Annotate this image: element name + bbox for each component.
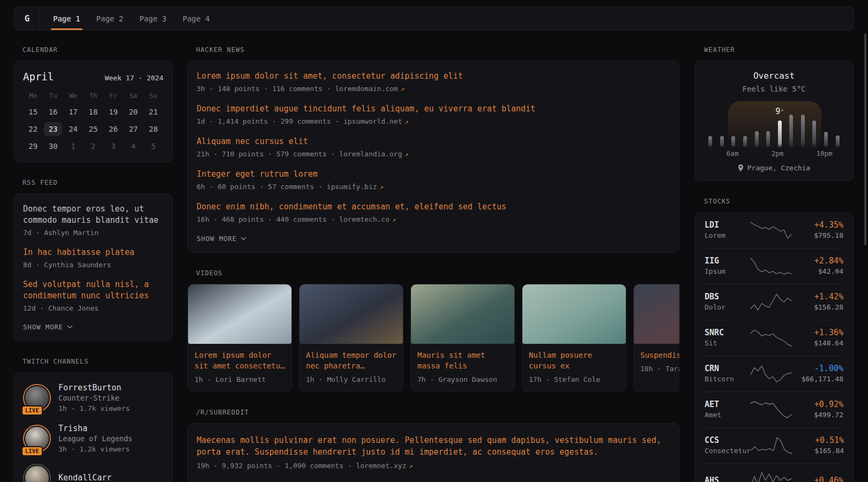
weather-bar <box>801 115 805 147</box>
rss-widget: Donec tempor eros leo, ut commodo mauris… <box>14 193 173 341</box>
twitch-widget: LIVEForrestBurtonCounter-Strike1h · 1.7k… <box>14 372 173 482</box>
stock-name: Lorem <box>705 231 750 240</box>
hackernews-item-meta: 16h · 468 points · 440 comments · loremt… <box>197 214 670 225</box>
calendar-section: CALENDAR April Week 17 · 2024 MoTuWeThFr… <box>14 46 173 162</box>
twitch-channel[interactable]: LIVEForrestBurtonCounter-Strike1h · 1.7k… <box>23 382 163 413</box>
video-card[interactable]: Aliquam tempor dolor nec pharetra…1h · M… <box>299 284 403 392</box>
external-link-icon[interactable]: ↗ <box>380 183 384 191</box>
stock-row-ldi[interactable]: LDILorem+4.35%$795.18 <box>705 213 843 248</box>
weather-bar <box>766 131 770 147</box>
channel-game: League of Legends <box>58 434 132 444</box>
nav-tab-page-3[interactable]: Page 3 <box>138 7 168 30</box>
rss-item-title[interactable]: In hac habitasse platea <box>23 247 163 258</box>
rss-item-meta-text: 8d · Cynthia Saunders <box>23 261 111 269</box>
external-link-icon[interactable]: ↗ <box>405 150 409 158</box>
stock-name: Bitcorn <box>705 374 750 384</box>
hackernews-show-more-button[interactable]: SHOW MORE <box>197 234 246 244</box>
calendar-day-cell: 22 <box>24 122 42 136</box>
external-link-icon[interactable]: ↗ <box>392 216 396 223</box>
weather-time-label <box>783 149 794 158</box>
stock-price: $795.18 <box>792 231 843 240</box>
video-card[interactable]: Nullam posuere cursus ex17h · Stefan Col… <box>522 284 626 392</box>
stock-row-ahs[interactable]: AHS+0.46% <box>705 463 843 482</box>
stock-ticker: SNRC <box>705 327 750 338</box>
weather-time-label <box>705 149 715 158</box>
external-link-icon[interactable]: ↗ <box>401 85 405 93</box>
stock-price: $499.72 <box>792 410 843 420</box>
stock-identity: IIGIpsum <box>705 255 750 276</box>
weather-time-labels: 6am2pm10pm <box>705 149 843 158</box>
dashboard-page: G Page 1Page 2Page 3Page 4 CALENDAR Apri… <box>0 0 868 482</box>
calendar-day-cell: 25 <box>84 122 102 136</box>
rss-item-meta: 8d · Cynthia Saunders <box>23 260 163 270</box>
rss-item-meta: 12d · Chance Jones <box>23 303 163 313</box>
stocks-widget: LDILorem+4.35%$795.18IIGIpsum+2.84%$42.0… <box>694 212 854 482</box>
video-title[interactable]: Aliquam tempor dolor nec pharetra… <box>306 350 396 371</box>
twitch-section-label: TWITCH CHANNELS <box>23 357 173 366</box>
calendar-day-header: Sa <box>123 91 143 101</box>
scrollbar[interactable] <box>864 33 866 245</box>
weather-feels-like: Feels like 5°C <box>705 84 843 94</box>
stock-sparkline <box>750 221 792 240</box>
channel-name: ForrestBurton <box>58 382 130 393</box>
rss-item-title[interactable]: Sed volutpat nulla nisl, a condimentum n… <box>23 279 163 302</box>
calendar-week-label: Week 17 · 2024 <box>104 74 163 82</box>
subreddit-post-meta: 19h · 9,932 points · 1,090 comments · lo… <box>197 461 670 471</box>
stock-row-ccs[interactable]: CCSConsectetur+0.51%$165.84 <box>705 427 843 463</box>
external-link-icon[interactable]: ↗ <box>405 118 409 125</box>
twitch-channel[interactable]: KendallCarr <box>23 464 163 482</box>
stock-row-dbs[interactable]: DBSDolor+1.42%$156.28 <box>705 284 843 320</box>
calendar-day-cell: 4 <box>124 139 143 153</box>
video-card[interactable]: Lorem ipsum dolor sit amet consectetu…1h… <box>188 284 292 392</box>
video-title[interactable]: Mauris sit amet massa felis <box>417 350 508 371</box>
twitch-channel[interactable]: LIVETrishaLeague of Legends3h · 1.2k vie… <box>23 423 163 454</box>
channel-info: ForrestBurtonCounter-Strike1h · 1.7k vie… <box>58 382 130 413</box>
weather-bar <box>812 120 816 147</box>
rss-item-meta: 7d · Ashlyn Martin <box>23 228 163 238</box>
stock-sparkline <box>751 436 792 455</box>
video-title[interactable]: Lorem ipsum dolor sit amet consectetu… <box>194 350 285 371</box>
video-title[interactable]: Nullam posuere cursus ex <box>529 350 619 371</box>
video-title[interactable]: Suspendisse diam <box>640 350 679 360</box>
videos-section-label: VIDEOS <box>196 269 679 277</box>
rss-section-label: RSS FEED <box>23 178 173 187</box>
weather-bar <box>743 136 747 147</box>
avatar-wrap <box>23 464 50 482</box>
stock-row-snrc[interactable]: SNRCSit+1.36%$148.64 <box>705 320 843 356</box>
weather-bar-slot <box>809 120 820 147</box>
subreddit-widget: Maecenas mollis pulvinar erat non posuer… <box>188 423 679 482</box>
weather-condition: Overcast <box>705 71 843 81</box>
stock-price: $165.84 <box>792 446 844 456</box>
stock-sparkline <box>750 292 792 312</box>
hackernews-item-title[interactable]: Lorem ipsum dolor sit amet, consectetur … <box>197 71 670 82</box>
hackernews-item-title[interactable]: Donec enim nibh, condimentum et accumsan… <box>197 201 670 213</box>
app-logo: G <box>14 7 40 30</box>
hackernews-item-title[interactable]: Donec imperdiet augue tincidunt felis al… <box>197 103 670 115</box>
stock-row-aet[interactable]: AETAmet+0.92%$499.72 <box>705 391 843 427</box>
video-card[interactable]: Suspendisse diam18h · Tara <box>633 284 679 392</box>
nav-tab-page-2[interactable]: Page 2 <box>95 7 125 30</box>
stock-row-iig[interactable]: IIGIpsum+2.84%$42.04 <box>705 248 843 284</box>
subreddit-section: /R/SUBREDDIT Maecenas mollis pulvinar er… <box>188 408 679 482</box>
calendar-section-label: CALENDAR <box>23 46 173 54</box>
nav-tab-page-4[interactable]: Page 4 <box>182 7 211 30</box>
rss-show-more-button[interactable]: SHOW MORE <box>23 322 73 332</box>
stock-change: +4.35% <box>792 220 843 230</box>
video-card[interactable]: Mauris sit amet massa felis7h · Grayson … <box>410 284 515 392</box>
hackernews-item-title[interactable]: Integer eget rutrum lorem <box>197 169 670 180</box>
stock-row-crn[interactable]: CRNBitcorn-1.00%$66,171.48 <box>705 356 843 391</box>
rss-item-title[interactable]: Donec tempor eros leo, ut commodo mauris… <box>23 204 163 226</box>
weather-bar-slot <box>820 132 832 147</box>
hackernews-section: HACKER NEWS Lorem ipsum dolor sit amet, … <box>188 46 679 253</box>
external-link-icon[interactable]: ↗ <box>409 462 413 470</box>
subreddit-post-title[interactable]: Maecenas mollis pulvinar erat non posuer… <box>197 434 670 458</box>
rss-item: In hac habitasse platea8d · Cynthia Saun… <box>23 247 163 270</box>
calendar-day-cell: 20 <box>124 105 143 119</box>
nav-tab-page-1[interactable]: Page 1 <box>52 7 81 30</box>
weather-time-label: 6am <box>727 149 739 158</box>
hackernews-item-title[interactable]: Aliquam nec cursus elit <box>197 136 670 147</box>
top-nav: G Page 1Page 2Page 3Page 4 <box>14 6 854 31</box>
weather-hourly-chart: 9° <box>705 100 843 147</box>
weather-bar-slot <box>728 136 739 147</box>
hackernews-item-meta-text: 1d · 1,414 points · 299 comments · ipsum… <box>197 117 402 125</box>
